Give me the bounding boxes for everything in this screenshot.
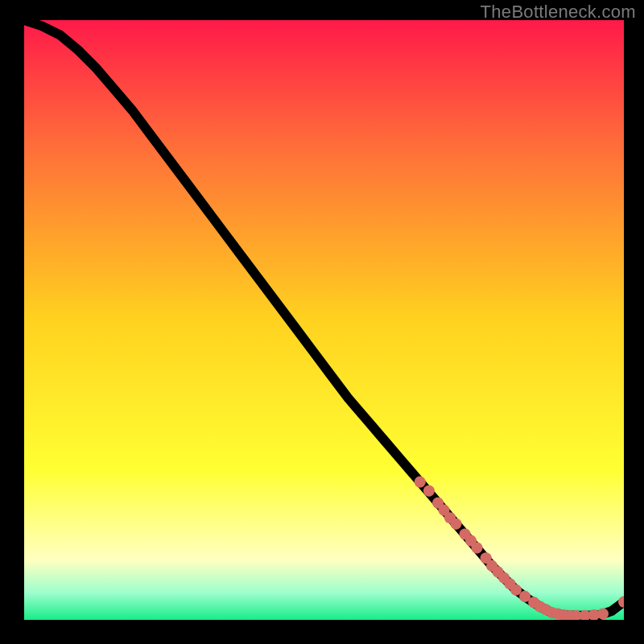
plot-svg xyxy=(24,20,624,620)
data-marker xyxy=(471,543,482,554)
data-marker xyxy=(415,477,426,488)
data-marker xyxy=(597,608,609,619)
watermark-label: TheBottleneck.com xyxy=(481,2,636,23)
data-marker xyxy=(423,485,435,497)
plot-background xyxy=(24,20,624,620)
data-marker xyxy=(450,518,461,530)
plot-area xyxy=(24,20,624,620)
chart-stage: TheBottleneck.com xyxy=(0,0,644,644)
